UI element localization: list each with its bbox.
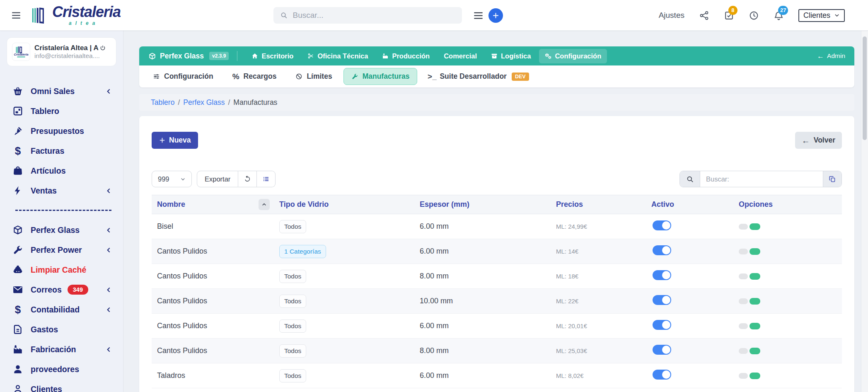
sidebar-item[interactable]: proveedores bbox=[0, 359, 123, 379]
timesheet-button[interactable] bbox=[749, 10, 759, 21]
column-header[interactable]: Activo bbox=[646, 200, 733, 209]
table-row[interactable]: Cantos Pulidos Todos 8.00 mm ML: 25,03€ bbox=[152, 339, 842, 363]
tipo-vidrio-badge[interactable]: Todos bbox=[279, 270, 306, 283]
sidebar-item[interactable]: Artículos bbox=[0, 161, 123, 181]
nueva-button[interactable]: Nueva bbox=[152, 132, 198, 149]
option-pill-green[interactable] bbox=[750, 273, 760, 280]
option-pill-gray[interactable] bbox=[739, 373, 748, 379]
table-search-input[interactable] bbox=[700, 171, 823, 187]
table-row[interactable]: Cantos Pulidos Todos 8.00 mm ML: 18€ bbox=[152, 264, 842, 289]
sidebar-item[interactable]: $ Facturas bbox=[0, 141, 123, 161]
profile-card[interactable]: Cristaleria Cristalería Altea | A info@c… bbox=[7, 37, 116, 66]
table-row[interactable]: Cantos Pulidos Todos 10.00 mm ML: 22€ bbox=[152, 289, 842, 314]
table-search-button[interactable] bbox=[680, 171, 700, 187]
module-nav-item[interactable]: Oficina Técnica bbox=[302, 49, 374, 63]
tipo-vidrio-badge[interactable]: Todos bbox=[279, 295, 306, 308]
activo-toggle[interactable] bbox=[653, 370, 671, 380]
module-nav-item[interactable]: Escritorio bbox=[246, 49, 299, 63]
tab[interactable]: >_ Suite Desarrollador DEV bbox=[421, 68, 537, 85]
sidebar-item[interactable]: Fabricación bbox=[0, 339, 123, 359]
page-scrollbar[interactable] bbox=[861, 31, 868, 392]
column-header[interactable]: Nombre bbox=[152, 199, 274, 210]
menu-icon[interactable] bbox=[11, 10, 22, 21]
activo-toggle[interactable] bbox=[653, 270, 671, 280]
table-row[interactable]: Cantos Pulidos 1 Categorías 6.00 mm ML: … bbox=[152, 239, 842, 264]
option-pill-gray[interactable] bbox=[739, 348, 748, 354]
global-search-input[interactable] bbox=[293, 11, 455, 20]
module-nav-item[interactable]: Producción bbox=[376, 49, 435, 63]
columns-button[interactable] bbox=[257, 171, 276, 187]
activo-toggle[interactable] bbox=[653, 245, 671, 255]
table-row[interactable]: Bisel Todos 6.00 mm ML: 24,99€ bbox=[152, 214, 842, 239]
column-header[interactable]: Espesor (mm) bbox=[414, 200, 551, 209]
admin-link[interactable]: ← Admin bbox=[817, 52, 845, 60]
sidebar-item[interactable]: Omni Sales bbox=[0, 81, 123, 101]
volver-button[interactable]: ← Volver bbox=[795, 132, 842, 149]
tasks-button[interactable]: 8 bbox=[724, 10, 734, 21]
chevron-left-icon bbox=[105, 346, 112, 353]
breadcrumb-link[interactable]: Perfex Glass bbox=[183, 98, 225, 107]
option-pill-gray[interactable] bbox=[739, 298, 748, 304]
option-pill-gray[interactable] bbox=[739, 273, 748, 279]
scrollbar-thumb[interactable] bbox=[863, 36, 867, 140]
power-icon[interactable] bbox=[99, 45, 106, 51]
share-button[interactable] bbox=[699, 10, 709, 21]
page-length-select[interactable]: 999 bbox=[152, 171, 192, 187]
option-pill-green[interactable] bbox=[750, 223, 760, 230]
exportar-button[interactable]: Exportar bbox=[197, 171, 238, 187]
copy-button[interactable] bbox=[823, 171, 841, 187]
option-pill-green[interactable] bbox=[750, 348, 760, 354]
tab[interactable]: Manufacturas bbox=[343, 68, 418, 85]
tipo-vidrio-badge[interactable]: Todos bbox=[279, 319, 306, 333]
activo-toggle[interactable] bbox=[653, 345, 671, 355]
column-header[interactable]: Precios bbox=[551, 200, 646, 209]
brand-name: Cristaleria bbox=[52, 5, 121, 19]
sidebar-item[interactable]: Correos 349 bbox=[0, 280, 123, 300]
option-pill-green[interactable] bbox=[750, 248, 760, 255]
sidebar-item[interactable]: Clientes bbox=[0, 379, 123, 392]
sidebar-menu: Omni Sales Tablero Presupuestos bbox=[0, 81, 123, 392]
option-pill-green[interactable] bbox=[750, 298, 760, 305]
module-nav-item[interactable]: Configuración bbox=[539, 49, 607, 63]
option-pill-green[interactable] bbox=[750, 323, 760, 329]
option-pill-gray[interactable] bbox=[739, 224, 748, 230]
sidebar-item[interactable]: Tablero bbox=[0, 101, 123, 121]
tab[interactable]: Límites bbox=[288, 68, 340, 85]
module-brand[interactable]: Perfex Glass v2.3.9 bbox=[148, 52, 229, 60]
tab[interactable]: % Recargos bbox=[225, 68, 285, 85]
justify-menu-icon[interactable] bbox=[473, 10, 484, 21]
option-pill-gray[interactable] bbox=[739, 249, 748, 254]
sort-button[interactable] bbox=[259, 199, 270, 210]
quick-add-button[interactable] bbox=[488, 8, 503, 23]
column-header[interactable]: Tipo de Vidrio bbox=[274, 200, 414, 209]
clientes-dropdown[interactable]: Clientes bbox=[798, 9, 845, 22]
option-pill-gray[interactable] bbox=[739, 323, 748, 329]
tab[interactable]: Configuración bbox=[145, 68, 221, 85]
module-nav-item[interactable]: Comercial bbox=[438, 49, 483, 63]
sidebar-item[interactable]: $ Contabilidad bbox=[0, 300, 123, 319]
module-nav-item[interactable]: Logística bbox=[485, 49, 537, 63]
sidebar-item[interactable]: Gastos bbox=[0, 319, 123, 339]
notifications-button[interactable]: 27 bbox=[774, 10, 784, 21]
tipo-vidrio-badge[interactable]: 1 Categorías bbox=[279, 245, 326, 258]
sidebar-item[interactable]: Perfex Glass bbox=[0, 220, 123, 240]
sidebar-item[interactable]: Limpiar Caché bbox=[0, 260, 123, 280]
activo-toggle[interactable] bbox=[653, 295, 671, 305]
column-header[interactable]: Opciones bbox=[733, 200, 842, 209]
table-row[interactable]: Taladros Todos 6.00 mm ML: 8,02€ bbox=[152, 363, 842, 388]
tipo-vidrio-badge[interactable]: Todos bbox=[279, 369, 306, 382]
option-pill-green[interactable] bbox=[750, 373, 760, 379]
tipo-vidrio-badge[interactable]: Todos bbox=[279, 220, 306, 233]
cell-precio: ML: 22€ bbox=[551, 298, 646, 305]
ajustes-link[interactable]: Ajustes bbox=[659, 11, 684, 20]
sidebar-item[interactable]: Presupuestos bbox=[0, 121, 123, 141]
sidebar-item[interactable]: Perfex Power bbox=[0, 240, 123, 260]
app-logo[interactable]: Cristaleria altea bbox=[30, 4, 121, 27]
activo-toggle[interactable] bbox=[653, 220, 671, 230]
table-row[interactable]: Cantos Pulidos Todos 6.00 mm ML: 20,01€ bbox=[152, 314, 842, 339]
breadcrumb-link[interactable]: Tablero bbox=[151, 98, 174, 107]
tipo-vidrio-badge[interactable]: Todos bbox=[279, 344, 306, 358]
sidebar-item[interactable]: Ventas bbox=[0, 181, 123, 201]
refresh-button[interactable] bbox=[238, 171, 257, 187]
activo-toggle[interactable] bbox=[653, 320, 671, 330]
